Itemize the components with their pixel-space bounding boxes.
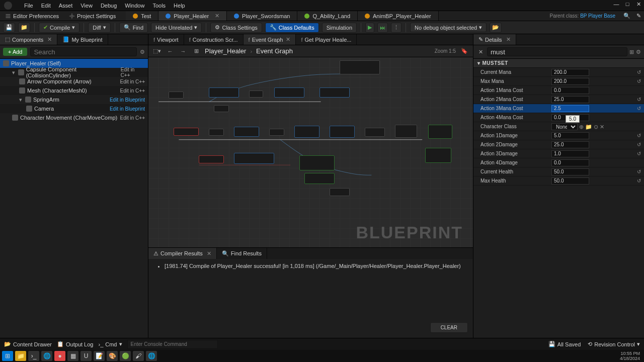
app-icon[interactable]: 🟢: [120, 351, 131, 361]
editor-tab[interactable]: fViewport: [148, 34, 184, 45]
editor-preferences-button[interactable]: Editor Preferences: [0, 11, 64, 21]
reset-to-default-icon[interactable]: ↺: [634, 133, 644, 138]
system-tray[interactable]: 10:55 PM 4/18/2024: [620, 351, 642, 361]
settings-icon[interactable]: ⚙: [140, 49, 145, 55]
browse-icon[interactable]: ⊕: [579, 124, 584, 130]
component-tree-row[interactable]: SpringArmEdit in Blueprint: [0, 95, 148, 104]
reset-to-default-icon[interactable]: ↺: [634, 78, 644, 84]
component-search-input[interactable]: [30, 47, 137, 56]
reset-to-default-icon[interactable]: ↺: [634, 151, 644, 156]
edit-link[interactable]: Edit in Blueprint: [110, 97, 145, 103]
component-tree-row[interactable]: Mesh (CharacterMesh0)Edit in C++: [0, 86, 148, 95]
skip-button[interactable]: ⏭: [377, 23, 388, 33]
save-button[interactable]: 💾: [3, 23, 15, 33]
details-tab[interactable]: ✎ Details ✕: [473, 34, 516, 45]
compile-button[interactable]: ✔ Compile ▾: [39, 23, 79, 33]
content-drawer-button[interactable]: 📂 Content Drawer: [4, 341, 52, 347]
property-input[interactable]: [551, 78, 589, 85]
debug-object-selector[interactable]: No debug object selected ▾: [410, 23, 487, 32]
explorer-icon[interactable]: 📁: [15, 351, 26, 361]
cmd-dropdown[interactable]: ›_ Cmd ▾: [98, 341, 122, 347]
close-icon[interactable]: ✕: [506, 36, 511, 43]
find-button[interactable]: 🔍 Find: [119, 23, 148, 33]
compiler-results-tab[interactable]: ⚠ Compiler Results ✕: [148, 248, 217, 259]
edit-link[interactable]: Edit in C++: [120, 79, 145, 84]
project-settings-button[interactable]: Project Settings: [64, 11, 121, 21]
file-tab[interactable]: AnimBP_Player_Healer: [358, 11, 439, 21]
my-blueprint-tab[interactable]: 📘 My Blueprint: [57, 34, 108, 45]
edit-link[interactable]: Edit in Blueprint: [110, 106, 145, 112]
component-tree-row[interactable]: CameraEdit in Blueprint: [0, 104, 148, 113]
diff-button[interactable]: Diff ▾: [88, 23, 110, 33]
expand-icon[interactable]: [19, 97, 23, 103]
clear-button[interactable]: CLEAR: [430, 322, 468, 333]
play-button[interactable]: ▶: [365, 23, 374, 33]
clear-search-icon[interactable]: ✕: [476, 49, 485, 55]
menu-help[interactable]: Help: [174, 3, 185, 9]
menu-asset[interactable]: Asset: [59, 3, 73, 9]
edit-link[interactable]: Edit in C++: [121, 67, 145, 78]
browse-asset-button[interactable]: 📁: [18, 23, 30, 33]
file-tab[interactable]: Q_Ability_Land: [297, 11, 358, 21]
property-input[interactable]: [551, 87, 589, 94]
components-tab[interactable]: ⬚ Components ✕: [0, 34, 57, 45]
reset-to-default-icon[interactable]: ↺: [634, 169, 644, 174]
clear-icon[interactable]: ✕: [600, 124, 604, 130]
close-icon[interactable]: ✕: [286, 36, 290, 43]
component-tree-row[interactable]: Character Movement (CharMoveComp)Edit in…: [0, 113, 148, 122]
menu-file[interactable]: File: [24, 3, 33, 9]
all-saved-indicator[interactable]: 💾 All Saved: [548, 341, 581, 347]
window-minimize-icon[interactable]: —: [613, 1, 620, 8]
property-input[interactable]: [551, 168, 589, 175]
output-log-button[interactable]: 📋 Output Log: [57, 341, 93, 347]
settings-icon[interactable]: ⚙: [636, 49, 641, 55]
app-icon[interactable]: 🎨: [107, 351, 118, 361]
component-tree-row[interactable]: Capsule Component (CollisionCylinder)Edi…: [0, 68, 148, 77]
app-icon[interactable]: ●: [54, 351, 65, 361]
reset-to-default-icon[interactable]: ↺: [634, 97, 644, 102]
nav-back-button[interactable]: ←: [166, 47, 175, 56]
hide-unrelated-button[interactable]: Hide Unrelated ▾: [151, 23, 202, 33]
reset-to-default-icon[interactable]: ↺: [634, 142, 644, 147]
event-graph-canvas[interactable]: BLUEPRINT: [148, 57, 473, 247]
class-defaults-button[interactable]: 🔧 Class Defaults: [265, 23, 319, 33]
menu-view[interactable]: View: [80, 3, 93, 9]
app-icon[interactable]: ▦: [67, 351, 78, 361]
locate-debug-button[interactable]: 📂: [490, 23, 502, 33]
simulation-button[interactable]: Simulation: [322, 23, 357, 33]
edit-icon[interactable]: ✎: [633, 13, 644, 19]
add-component-button[interactable]: + Add: [3, 48, 27, 56]
play-options-button[interactable]: ⋮: [391, 23, 401, 33]
property-input[interactable]: [551, 132, 589, 139]
toggle-button[interactable]: ⬚▾: [152, 47, 162, 56]
terminal-icon[interactable]: ›_: [28, 351, 39, 361]
revision-control-button[interactable]: ⟲ Revision Control ▾: [588, 341, 640, 347]
reset-to-default-icon[interactable]: ↺: [634, 178, 644, 184]
file-tab[interactable]: Test: [126, 11, 158, 21]
property-input[interactable]: [551, 150, 589, 157]
property-input[interactable]: [551, 105, 589, 112]
parent-class-link[interactable]: BP Player Base: [580, 13, 615, 19]
edit-link[interactable]: Edit in C++: [120, 88, 145, 94]
close-icon[interactable]: ✕: [215, 13, 219, 19]
app-icon[interactable]: 📝: [94, 351, 105, 361]
property-input[interactable]: [551, 177, 589, 185]
unreal-icon[interactable]: U: [80, 351, 92, 361]
edit-link[interactable]: Edit in C++: [120, 115, 145, 121]
property-input[interactable]: [551, 69, 589, 76]
close-icon[interactable]: ✕: [207, 250, 211, 257]
start-button[interactable]: ⊞: [2, 351, 13, 361]
reset-to-default-icon[interactable]: ↺: [634, 69, 644, 75]
menu-tools[interactable]: Tools: [152, 3, 166, 9]
file-tab[interactable]: Player_Swordsman: [227, 11, 297, 21]
class-settings-button[interactable]: ⚙ Class Settings: [210, 23, 262, 33]
find-results-tab[interactable]: 🔍 Find Results: [217, 248, 267, 259]
nav-forward-button[interactable]: →: [179, 47, 188, 56]
bookmark-icon[interactable]: 🔖: [460, 47, 469, 56]
window-close-icon[interactable]: ✕: [635, 1, 642, 8]
property-input[interactable]: [551, 96, 589, 103]
property-input[interactable]: [551, 141, 589, 148]
file-tab[interactable]: Player_Healer✕: [158, 11, 227, 21]
editor-tab[interactable]: fEvent Graph✕: [244, 34, 296, 45]
breadcrumb-leaf[interactable]: Event Graph: [256, 47, 293, 55]
